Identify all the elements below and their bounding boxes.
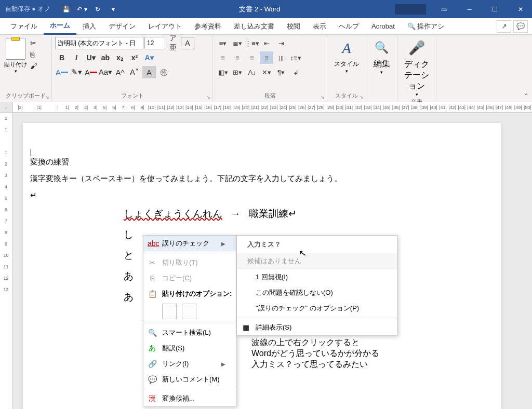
shrink-font-button[interactable]: A˅ [128, 66, 141, 78]
menu-detail-view[interactable]: ▦ 詳細表示(S) [237, 320, 397, 335]
tab-layout[interactable]: レイアウト [142, 19, 188, 34]
subscript-button[interactable]: x₂ [113, 51, 127, 64]
tab-references[interactable]: 参考資料 [188, 19, 228, 34]
character-shading-button[interactable]: A [142, 66, 156, 78]
menu-spellcheck-options[interactable]: "誤りのチェック" のオプション(P) [237, 301, 397, 316]
distributed-button[interactable]: ⫼ [274, 51, 288, 64]
superscript-button[interactable]: x² [128, 51, 141, 64]
shading-button[interactable]: ◧▾ [216, 66, 230, 78]
styles-label[interactable]: スタイル [330, 60, 363, 69]
share-icon[interactable]: ↗ [497, 20, 511, 33]
dialog-launcher-icon[interactable]: ↘ [321, 94, 325, 100]
menu-smart-lookup[interactable]: 🔍 スマート検索(L) [143, 325, 236, 340]
paste-picture-icon[interactable] [182, 304, 196, 319]
justify-button[interactable]: ≡ [260, 51, 273, 64]
qat-more-icon[interactable]: ▾ [106, 2, 121, 17]
find-icon[interactable]: 🔍 [369, 41, 394, 54]
redo-icon[interactable]: ↻ [90, 2, 105, 17]
comments-icon[interactable]: 💬 [513, 20, 528, 33]
editing-label[interactable]: 編集 [369, 59, 394, 70]
enclose-characters-icon[interactable]: A [181, 37, 194, 49]
doc-line-2[interactable]: 漢字変換キー（スペースキー）を使ってみましょう。下記の文字を入力してみましょう。 [30, 171, 475, 186]
align-center-button[interactable]: ≡ [231, 51, 244, 64]
link-icon: 🔗 [148, 360, 157, 368]
tab-file[interactable]: ファイル [4, 19, 44, 34]
decrease-indent-button[interactable]: ⇤ [260, 37, 273, 49]
menu-dont-check[interactable]: この問題を確認しない(O) [237, 285, 397, 301]
ribbon-display-icon[interactable]: ▭ [432, 0, 456, 18]
show-marks-button[interactable]: ¶▾ [274, 66, 288, 78]
line-spacing-button[interactable]: ↕≡▾ [289, 51, 302, 64]
increase-indent-button[interactable]: ⇥ [274, 37, 288, 49]
bold-button[interactable]: B [55, 51, 69, 64]
close-button[interactable]: ✕ [509, 0, 532, 18]
sort-button[interactable]: A↓ [245, 66, 259, 78]
paste-keep-source-icon[interactable] [162, 304, 177, 319]
group-title-clipboard: クリップボード↘ [3, 91, 48, 100]
grow-font-button[interactable]: A^ [113, 66, 127, 78]
format-painter-icon[interactable]: 🖌 [30, 62, 37, 70]
font-name-combo[interactable] [55, 37, 143, 49]
copy-icon[interactable]: ⎘ [30, 50, 37, 59]
numbering-button[interactable]: ≣▾ [231, 37, 244, 49]
menu-cut[interactable]: ✂ 切り取り(T) [143, 255, 236, 270]
save-icon[interactable]: 💾 [59, 2, 74, 17]
align-left-button[interactable]: ≡ [216, 51, 230, 64]
menu-reconvert[interactable]: 漢 変換候補... [143, 391, 236, 406]
tab-review[interactable]: 校閲 [281, 19, 307, 34]
align-right-button[interactable]: ≡ [245, 51, 259, 64]
tab-view[interactable]: 表示 [307, 19, 332, 34]
font-fill-button[interactable]: ✎▾ [70, 66, 83, 78]
multilevel-list-button[interactable]: ⋮≡▾ [245, 37, 259, 49]
minimize-button[interactable]: ─ [458, 0, 481, 18]
italic-button[interactable]: I [70, 51, 83, 64]
user-account[interactable] [395, 4, 426, 15]
tab-help[interactable]: ヘルプ [332, 19, 365, 34]
phonetic-guide-icon[interactable]: ア亜 [166, 37, 180, 49]
menu-spellcheck[interactable]: abc 誤りのチェック▶ [143, 236, 236, 251]
undo-icon[interactable]: ↶ ▾ [75, 2, 89, 17]
tab-mailings[interactable]: 差し込み文書 [228, 19, 281, 34]
font-color-button[interactable]: A [84, 66, 98, 78]
tab-acrobat[interactable]: Acrobat [365, 19, 401, 33]
collapse-ribbon-icon[interactable]: ⌃ [524, 92, 529, 100]
dialog-launcher-icon[interactable]: ↘ [206, 94, 210, 100]
font-size-combo[interactable] [144, 37, 165, 49]
borders-button[interactable]: ⊞▾ [231, 66, 244, 78]
doc-line-1[interactable]: 変換の練習 [30, 154, 475, 170]
dictate-label[interactable]: ディクテーション [401, 59, 433, 92]
dialog-launcher-icon[interactable]: ↘ [360, 94, 364, 100]
doc-example-1[interactable]: しょくぎょうくんれん → 職業訓練↵ [30, 204, 475, 224]
change-case-button[interactable]: Aa▾ [99, 66, 112, 78]
enclose-char-button[interactable]: ㊕ [157, 66, 170, 78]
asian-layout-button[interactable]: ✕▾ [260, 66, 273, 78]
styles-icon[interactable]: A [330, 40, 363, 57]
tell-me-search[interactable]: 🔍 操作アシ [401, 19, 451, 34]
wavy-underline-text[interactable]: しょくぎょうくんれん [124, 208, 222, 219]
menu-new-comment[interactable]: 💬 新しいコメント(M) [143, 372, 236, 387]
underline-button[interactable]: U ▾ [84, 51, 98, 64]
highlight-color-button[interactable]: A [55, 66, 69, 78]
tab-design[interactable]: デザイン [102, 19, 142, 34]
tab-insert[interactable]: 挿入 [76, 19, 102, 34]
maximize-button[interactable]: ☐ [483, 0, 507, 18]
text-effects-button[interactable]: A▾ [142, 51, 156, 64]
group-clipboard: 貼り付け ▾ ✂ ⎘ 🖌 クリップボード↘ [0, 35, 52, 102]
cut-icon[interactable]: ✂ [30, 39, 37, 47]
group-title-font: フォント↘ [55, 91, 209, 100]
paste-button[interactable]: 貼り付け ▾ [3, 37, 28, 89]
menu-translate[interactable]: あ 翻訳(S) [143, 340, 236, 356]
menu-copy[interactable]: ⎘ コピー(C) [143, 270, 236, 286]
dialog-launcher-icon[interactable]: ↘ [45, 94, 49, 100]
bullets-button[interactable]: ≡▾ [216, 37, 230, 49]
menu-ignore-once[interactable]: 1 回無視(I) [237, 269, 397, 285]
vertical-ruler[interactable]: 2112345678910111213 [0, 113, 12, 409]
strikethrough-button[interactable]: ab [99, 51, 112, 64]
pilcrow-button[interactable]: ↲ [289, 66, 302, 78]
microphone-icon[interactable]: 🎤 [401, 40, 433, 56]
autosave-toggle[interactable]: 自動保存 ● オフ [0, 5, 55, 13]
doc-line-3[interactable]: ↵ [30, 187, 475, 203]
tab-home[interactable]: ホーム [44, 18, 76, 35]
menu-link[interactable]: 🔗 リンク(I)▶ [143, 356, 236, 372]
horizontal-ruler[interactable]: ∟ |2||1||1|2|3|4|5|6|7|8|9||10||11||12||… [0, 102, 532, 113]
